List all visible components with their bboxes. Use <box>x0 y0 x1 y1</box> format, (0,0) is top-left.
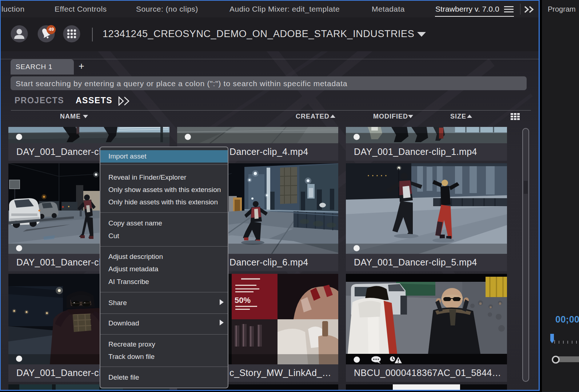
svg-text:50%: 50% <box>235 296 251 305</box>
